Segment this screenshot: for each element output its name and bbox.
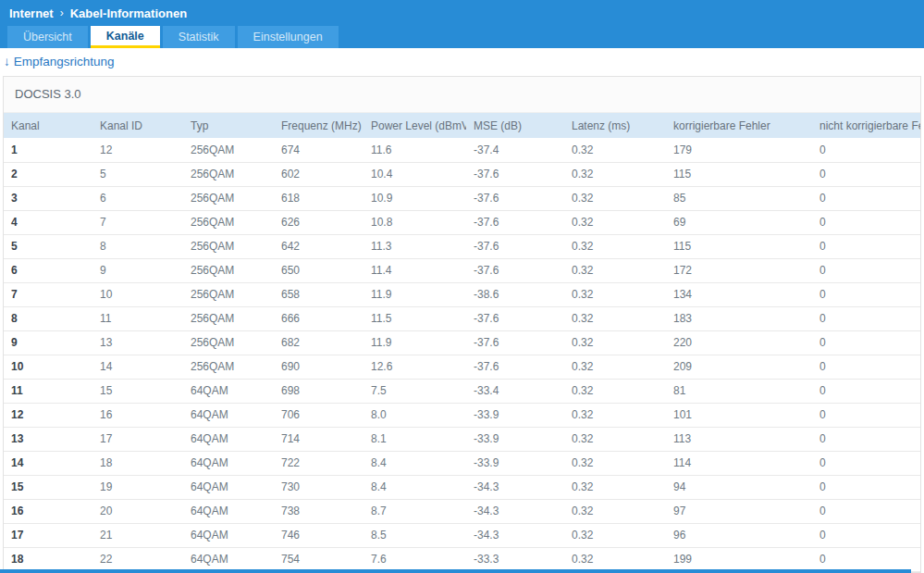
tab-statistik[interactable]: Statistik [163, 26, 235, 48]
table-row: 172164QAM7468.5-34.30.32960 [4, 523, 920, 547]
cell-frequenz-mhz: 658 [274, 282, 363, 306]
cell-latenz-ms: 0.32 [564, 138, 666, 162]
cell-power-level-dbmv: 8.4 [363, 475, 466, 499]
cell-latenz-ms: 0.32 [564, 427, 666, 451]
cell-kanal: 14 [4, 451, 92, 475]
cell-frequenz-mhz: 698 [274, 379, 363, 403]
table-row: 36256QAM61810.9-37.60.32850 [4, 186, 920, 210]
cell-korrigierbare-fehler: 183 [666, 306, 812, 330]
direction-link-row: ↓ Empfangsrichtung [0, 48, 924, 73]
cell-typ: 64QAM [183, 475, 274, 499]
cell-kanal-id: 18 [92, 451, 183, 475]
cell-kanal: 10 [4, 355, 92, 379]
cell-kanal-id: 17 [92, 427, 183, 451]
cell-power-level-dbmv: 8.1 [363, 427, 466, 451]
cell-power-level-dbmv: 7.6 [363, 547, 466, 571]
cell-kanal: 5 [4, 234, 92, 258]
cell-power-level-dbmv: 8.7 [363, 499, 466, 523]
table-row: 47256QAM62610.8-37.60.32690 [4, 210, 920, 234]
cell-nicht-korrigierbare-fehler: 0 [812, 547, 920, 571]
cell-power-level-dbmv: 10.4 [363, 162, 466, 186]
cell-mse-db: -37.6 [466, 186, 564, 210]
cell-mse-db: -37.6 [466, 234, 564, 258]
cell-typ: 64QAM [183, 523, 274, 547]
docsis-panel: DOCSIS 3.0 KanalKanal IDTypFrequenz (MHz… [3, 76, 921, 573]
breadcrumb: Internet › Kabel-Informationen [0, 0, 924, 26]
cell-latenz-ms: 0.32 [564, 523, 666, 547]
cell-latenz-ms: 0.32 [564, 186, 666, 210]
empfangsrichtung-toggle[interactable]: ↓ Empfangsrichtung [4, 55, 115, 69]
cell-kanal-id: 19 [92, 475, 183, 499]
cell-kanal: 7 [4, 282, 92, 306]
cell-frequenz-mhz: 642 [274, 234, 363, 258]
column-header-nicht-korrigierbare-fehler: nicht korrigierbare Fehler [812, 113, 920, 138]
cell-latenz-ms: 0.32 [564, 234, 666, 258]
cell-korrigierbare-fehler: 115 [666, 234, 812, 258]
cell-kanal: 8 [4, 306, 92, 330]
table-row: 710256QAM65811.9-38.60.321340 [4, 282, 920, 306]
cell-korrigierbare-fehler: 209 [666, 355, 812, 379]
cell-frequenz-mhz: 666 [274, 306, 363, 330]
top-header-bar: Internet › Kabel-Informationen Übersicht… [0, 0, 924, 48]
cell-typ: 64QAM [183, 499, 274, 523]
cell-latenz-ms: 0.32 [564, 210, 666, 234]
table-row: 58256QAM64211.3-37.60.321150 [4, 234, 920, 258]
table-row: 913256QAM68211.9-37.60.322200 [4, 330, 920, 355]
cell-kanal: 6 [4, 258, 92, 282]
cell-power-level-dbmv: 10.8 [363, 210, 466, 234]
cell-latenz-ms: 0.32 [564, 499, 666, 523]
tab-uebersicht[interactable]: Übersicht [7, 26, 88, 48]
column-header-power-level-dbmv: Power Level (dBmV) [363, 113, 466, 138]
cell-typ: 256QAM [183, 234, 274, 258]
cell-korrigierbare-fehler: 114 [666, 451, 812, 475]
column-header-typ: Typ [183, 113, 274, 138]
table-row: 1014256QAM69012.6-37.60.322090 [4, 355, 920, 379]
channel-table-body: 112256QAM67411.6-37.40.32179025256QAM602… [4, 138, 920, 571]
column-header-frequenz-mhz: Frequenz (MHz) [274, 113, 363, 138]
cell-typ: 256QAM [183, 355, 274, 379]
tab-einstellungen[interactable]: Einstellungen [238, 26, 339, 48]
cell-kanal: 13 [4, 427, 92, 451]
cell-nicht-korrigierbare-fehler: 0 [812, 403, 920, 427]
cell-korrigierbare-fehler: 220 [666, 330, 812, 355]
cell-nicht-korrigierbare-fehler: 0 [812, 451, 920, 475]
cell-nicht-korrigierbare-fehler: 0 [812, 379, 920, 403]
cell-korrigierbare-fehler: 179 [666, 138, 812, 162]
cell-mse-db: -34.3 [466, 499, 564, 523]
column-header-kanal-id: Kanal ID [92, 113, 183, 138]
cell-power-level-dbmv: 7.5 [363, 379, 466, 403]
tab-kanaele[interactable]: Kanäle [91, 26, 160, 48]
cell-latenz-ms: 0.32 [564, 162, 666, 186]
cell-frequenz-mhz: 730 [274, 475, 363, 499]
cell-nicht-korrigierbare-fehler: 0 [812, 523, 920, 547]
cell-korrigierbare-fehler: 69 [666, 210, 812, 234]
cell-korrigierbare-fehler: 81 [666, 379, 812, 403]
cell-typ: 256QAM [183, 306, 274, 330]
cell-latenz-ms: 0.32 [564, 547, 666, 571]
channel-table: KanalKanal IDTypFrequenz (MHz)Power Leve… [4, 113, 920, 572]
cell-kanal-id: 15 [92, 379, 183, 403]
cell-kanal: 17 [4, 523, 92, 547]
cell-frequenz-mhz: 602 [274, 162, 363, 186]
cell-kanal-id: 9 [92, 258, 183, 282]
cell-mse-db: -33.9 [466, 427, 564, 451]
cell-frequenz-mhz: 706 [274, 403, 363, 427]
cell-nicht-korrigierbare-fehler: 0 [812, 282, 920, 306]
cell-frequenz-mhz: 650 [274, 258, 363, 282]
cell-mse-db: -33.9 [466, 451, 564, 475]
breadcrumb-item-internet[interactable]: Internet [9, 6, 54, 20]
cell-typ: 256QAM [183, 330, 274, 355]
cell-mse-db: -34.3 [466, 523, 564, 547]
cell-kanal: 9 [4, 330, 92, 355]
cell-kanal-id: 13 [92, 330, 183, 355]
cell-kanal-id: 10 [92, 282, 183, 306]
cell-korrigierbare-fehler: 101 [666, 403, 812, 427]
table-row: 69256QAM65011.4-37.60.321720 [4, 258, 920, 282]
column-header-latenz-ms: Latenz (ms) [564, 113, 666, 138]
column-header-korrigierbare-fehler: korrigierbare Fehler [666, 113, 812, 138]
cell-nicht-korrigierbare-fehler: 0 [812, 499, 920, 523]
cell-power-level-dbmv: 8.4 [363, 451, 466, 475]
cell-mse-db: -37.6 [466, 355, 564, 379]
cell-latenz-ms: 0.32 [564, 330, 666, 355]
cell-kanal: 12 [4, 403, 92, 427]
